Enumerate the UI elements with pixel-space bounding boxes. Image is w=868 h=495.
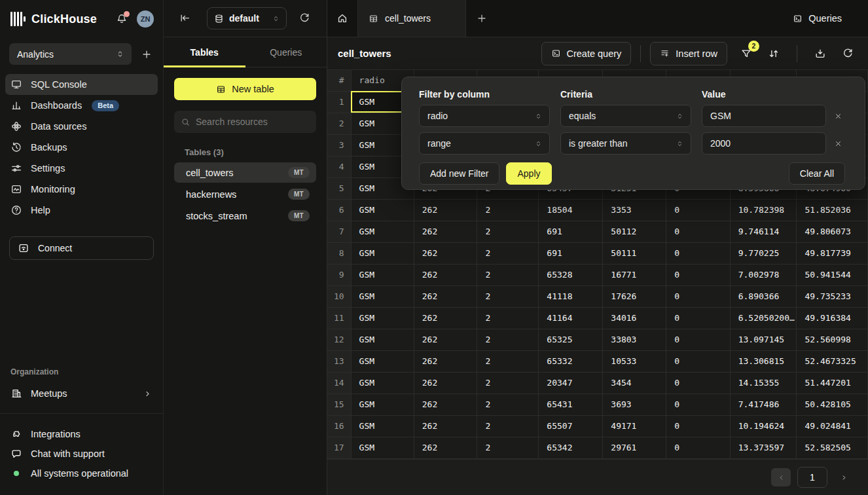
cell-area[interactable]: 65507 (539, 415, 603, 437)
cell-unit[interactable]: 0 (666, 307, 730, 329)
cell-cell[interactable]: 10533 (603, 350, 666, 372)
cell-area[interactable]: 41164 (539, 307, 603, 329)
filter-column-select[interactable]: radio (419, 105, 550, 127)
cell-mcc[interactable]: 262 (414, 329, 477, 350)
sidebar-item-sql-console[interactable]: SQL Console (5, 74, 158, 95)
cell-radio[interactable]: GSM (351, 221, 414, 242)
next-page-button[interactable] (834, 468, 854, 486)
cell-cell[interactable]: 50111 (603, 242, 666, 264)
cell-unit[interactable]: 0 (666, 242, 730, 264)
cell-unit[interactable]: 0 (666, 329, 730, 350)
sidebar-item-backups[interactable]: Backups (5, 137, 158, 158)
cell-mcc[interactable]: 262 (414, 350, 477, 372)
prev-page-button[interactable] (771, 468, 791, 486)
cell-lat[interactable]: 49.806073 (797, 221, 868, 242)
cell-unit[interactable]: 0 (666, 350, 730, 372)
cell-unit[interactable]: 0 (666, 437, 730, 458)
cell-area[interactable]: 691 (539, 221, 603, 242)
filter-button[interactable]: 2 (738, 45, 755, 62)
add-service-button[interactable] (141, 48, 153, 60)
table-list-item-stocks_stream[interactable]: stocks_streamMT (174, 206, 316, 226)
cell-lat[interactable]: 49.024841 (797, 415, 868, 437)
home-button[interactable] (327, 0, 358, 37)
cell-lat[interactable]: 50.428105 (797, 394, 868, 415)
cell-area[interactable]: 18504 (539, 199, 603, 221)
table-list-item-hackernews[interactable]: hackernewsMT (174, 184, 316, 204)
queries-button[interactable]: Queries (785, 0, 868, 37)
filter-criteria-select[interactable]: equals (560, 105, 691, 127)
cell-area[interactable]: 65431 (539, 394, 603, 415)
remove-filter-button[interactable] (829, 135, 846, 152)
column-header-rownum[interactable]: # (327, 70, 351, 91)
cell-net[interactable]: 2 (477, 307, 539, 329)
cell-lon[interactable]: 6.890366 (730, 285, 797, 307)
sidebar-item-chat-with-support[interactable]: Chat with support (10, 444, 153, 464)
cell-mcc[interactable]: 262 (414, 415, 477, 437)
sidebar-item-monitoring[interactable]: Monitoring (5, 179, 158, 200)
create-query-button[interactable]: Create query (541, 42, 632, 65)
tab-tables[interactable]: Tables (164, 37, 245, 67)
cell-cell[interactable]: 33803 (603, 329, 666, 350)
cell-unit[interactable]: 0 (666, 199, 730, 221)
database-select[interactable]: default (207, 7, 287, 29)
clear-filters-button[interactable]: Clear All (789, 162, 845, 185)
filter-column-select[interactable]: range (419, 132, 550, 155)
cell-lon[interactable]: 10.194624 (730, 415, 797, 437)
cell-lat[interactable]: 49.735233 (797, 285, 868, 307)
sidebar-item-data-sources[interactable]: Data sources (5, 116, 158, 137)
cell-area[interactable]: 65325 (539, 329, 603, 350)
cell-lat[interactable]: 51.852036 (797, 199, 868, 221)
cell-net[interactable]: 2 (477, 329, 539, 350)
refresh-button[interactable] (839, 45, 856, 62)
new-tab-button[interactable] (466, 0, 497, 37)
cell-lon[interactable]: 7.417486 (730, 394, 797, 415)
cell-mcc[interactable]: 262 (414, 199, 477, 221)
cell-lat[interactable]: 52.582505 (797, 437, 868, 458)
cell-cell[interactable]: 29761 (603, 437, 666, 458)
filter-criteria-select[interactable]: is greater than (560, 132, 691, 155)
cell-net[interactable]: 2 (477, 221, 539, 242)
refresh-tables-icon[interactable] (298, 12, 310, 24)
cell-cell[interactable]: 3353 (603, 199, 666, 221)
cell-net[interactable]: 2 (477, 242, 539, 264)
cell-lat[interactable]: 49.916384 (797, 307, 868, 329)
sidebar-item-meetups[interactable]: Meetups (5, 383, 158, 404)
cell-lon[interactable]: 13.097145 (730, 329, 797, 350)
notifications-bell-icon[interactable] (116, 13, 128, 25)
sidebar-item-settings[interactable]: Settings (5, 158, 158, 179)
cell-cell[interactable]: 3693 (603, 394, 666, 415)
cell-unit[interactable]: 0 (666, 394, 730, 415)
cell-radio[interactable]: GSM (351, 372, 414, 394)
cell-radio[interactable]: GSM (351, 394, 414, 415)
cell-radio[interactable]: GSM (351, 415, 414, 437)
add-filter-button[interactable]: Add new Filter (419, 162, 499, 185)
filter-value-input[interactable] (702, 105, 826, 127)
cell-radio[interactable]: GSM (351, 307, 414, 329)
cell-unit[interactable]: 0 (666, 285, 730, 307)
cell-radio[interactable]: GSM (351, 264, 414, 285)
cell-radio[interactable]: GSM (351, 329, 414, 350)
cell-net[interactable]: 2 (477, 350, 539, 372)
cell-mcc[interactable]: 262 (414, 437, 477, 458)
insert-row-button[interactable]: Insert row (650, 42, 727, 65)
connect-button[interactable]: Connect (9, 236, 154, 260)
page-number[interactable]: 1 (797, 467, 827, 488)
cell-net[interactable]: 2 (477, 199, 539, 221)
cell-cell[interactable]: 34016 (603, 307, 666, 329)
cell-radio[interactable]: GSM (351, 242, 414, 264)
cell-net[interactable]: 2 (477, 372, 539, 394)
filter-value-input[interactable] (702, 132, 826, 155)
sidebar-item-dashboards[interactable]: DashboardsBeta (5, 95, 158, 116)
cell-area[interactable]: 691 (539, 242, 603, 264)
cell-unit[interactable]: 0 (666, 415, 730, 437)
cell-cell[interactable]: 16771 (603, 264, 666, 285)
sidebar-item-all-systems-operational[interactable]: All systems operational (10, 464, 153, 483)
sidebar-item-integrations[interactable]: Integrations (10, 424, 153, 444)
cell-lon[interactable]: 9.770225 (730, 242, 797, 264)
cell-lon[interactable]: 6.52050200… (730, 307, 797, 329)
cell-mcc[interactable]: 262 (414, 264, 477, 285)
cell-radio[interactable]: GSM (351, 199, 414, 221)
cell-net[interactable]: 2 (477, 394, 539, 415)
cell-area[interactable]: 41118 (539, 285, 603, 307)
cell-lat[interactable]: 49.817739 (797, 242, 868, 264)
